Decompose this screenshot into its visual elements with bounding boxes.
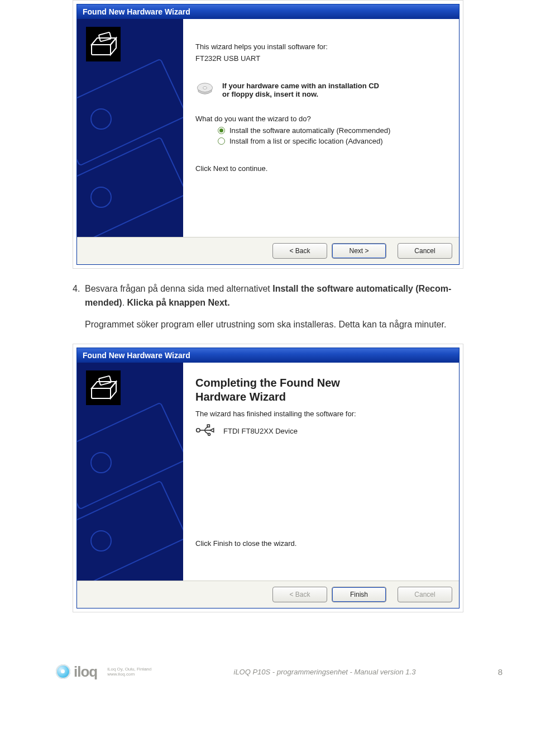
radio-list-label: Install from a list or specific location…: [229, 137, 383, 145]
wizard-question: What do you want the wizard to do?: [195, 115, 449, 123]
cancel-button[interactable]: Cancel: [398, 243, 452, 259]
usb-icon: [195, 424, 216, 439]
page-footer: iloq iLoq Oy, Oulu, Finland www.iloq.com…: [0, 657, 536, 686]
wizard-side-graphic-2: [77, 363, 183, 581]
logo-mark-icon: [56, 664, 70, 679]
svg-rect-5: [99, 376, 111, 386]
radio-list[interactable]: Install from a list or specific location…: [218, 137, 449, 145]
svg-rect-4: [92, 388, 111, 398]
finish-hint: Click Finish to close the wizard.: [195, 539, 449, 548]
svg-rect-1: [99, 32, 111, 42]
footer-address: iLoq Oy, Oulu, Finland www.iloq.com: [107, 667, 151, 677]
window-title: Found New Hardware Wizard: [77, 4, 459, 19]
wizard-side-graphic: [77, 19, 183, 237]
cd-icon: [195, 79, 214, 100]
finish-button[interactable]: Finish: [332, 587, 386, 602]
device-name: FT232R USB UART: [195, 54, 449, 63]
next-hint: Click Next to continue.: [195, 164, 449, 173]
radio-auto-label: Install the software automatically (Reco…: [229, 126, 390, 135]
back-button[interactable]: < Back: [272, 243, 327, 259]
footer-center-text: iLOQ P10S - programmeringsenhet - Manual…: [151, 668, 497, 676]
svg-point-6: [197, 429, 200, 432]
hardware-icon-2: [86, 370, 121, 405]
logo: iloq: [56, 663, 97, 681]
svg-rect-7: [207, 425, 209, 427]
svg-rect-0: [92, 45, 111, 55]
window-title-2: Found New Hardware Wizard: [77, 348, 459, 363]
svg-point-8: [208, 434, 210, 436]
back-button-2: < Back: [272, 587, 327, 602]
instruction-step-4: 4. Besvara frågan på denna sida med alte…: [73, 282, 463, 331]
svg-point-3: [203, 87, 207, 89]
next-button[interactable]: Next >: [332, 243, 386, 259]
page-number: 8: [498, 667, 502, 677]
wizard-screenshot-2: Found New Hardware Wizard: [73, 344, 463, 612]
cancel-button-2: Cancel: [398, 587, 452, 602]
wizard-screenshot-1: Found New Hardware Wizard: [73, 0, 463, 269]
radio-auto[interactable]: Install the software automatically (Reco…: [218, 126, 449, 135]
finished-text: The wizard has finished installing the s…: [195, 410, 449, 418]
completion-heading: Completing the Found New Hardware Wizard: [195, 376, 449, 404]
intro-text: This wizard helps you install software f…: [195, 42, 449, 51]
hardware-icon: [86, 27, 121, 61]
device-name-2: FTDI FT8U2XX Device: [223, 427, 298, 435]
logo-text: iloq: [74, 663, 97, 681]
cd-hint: If your hardware came with an installati…: [222, 82, 379, 98]
